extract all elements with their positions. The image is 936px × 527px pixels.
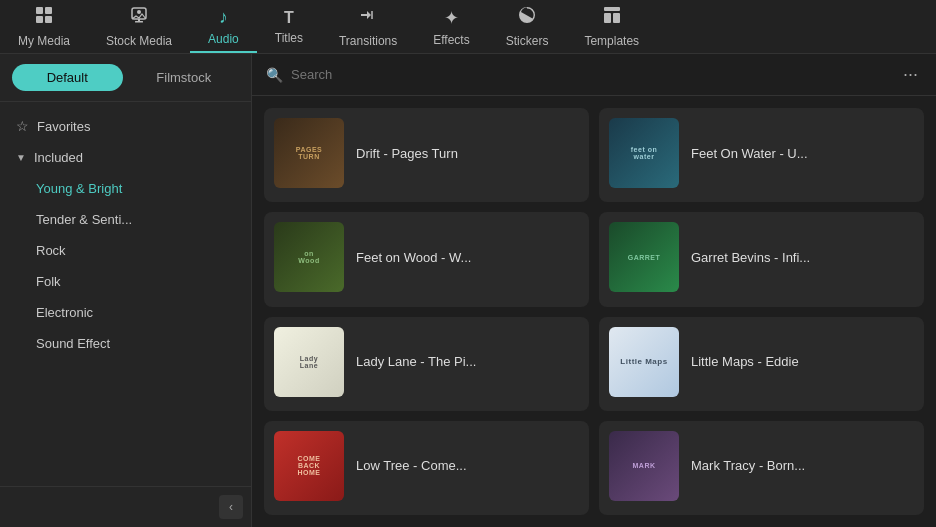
sidebar-item-folk[interactable]: Folk: [0, 266, 251, 297]
audio-icon: ♪: [219, 7, 228, 28]
templates-icon: [602, 5, 622, 30]
sidebar-item-tender[interactable]: Tender & Senti...: [0, 204, 251, 235]
sidebar-item-favorites[interactable]: ☆ Favorites: [0, 110, 251, 142]
media-card-little[interactable]: Little Maps Little Maps - Eddie ⬇: [599, 317, 924, 411]
thumbnail-lady: LadyLane: [274, 327, 344, 397]
titles-icon: T: [284, 9, 294, 27]
thumbnail-low: COMEBACKHOME: [274, 431, 344, 501]
media-card-feet-wood[interactable]: onWood Feet on Wood - W... ⬇: [264, 212, 589, 306]
nav-effects[interactable]: ✦ Effects: [415, 0, 487, 53]
thumbnail-mark: MARK: [609, 431, 679, 501]
card-title-drift: Drift - Pages Turn: [356, 146, 579, 161]
search-icon: 🔍: [266, 67, 283, 83]
sidebar-section-included[interactable]: ▼ Included: [0, 142, 251, 173]
card-title-feet-wood: Feet on Wood - W...: [356, 250, 579, 265]
card-title-mark: Mark Tracy - Born...: [691, 458, 914, 473]
nav-stickers[interactable]: Stickers: [488, 0, 567, 53]
transitions-icon: [358, 5, 378, 30]
svg-rect-0: [36, 7, 43, 14]
nav-templates-label: Templates: [584, 34, 639, 48]
svg-point-4: [137, 10, 141, 14]
sidebar-item-rock[interactable]: Rock: [0, 235, 251, 266]
nav-titles-label: Titles: [275, 31, 303, 45]
nav-audio-label: Audio: [208, 32, 239, 46]
sidebar: Default Filmstock ☆ Favorites ▼ Included…: [0, 54, 252, 527]
media-card-feet-water[interactable]: feet onwater Feet On Water - U... ⬇: [599, 108, 924, 202]
card-title-garret: Garret Bevins - Infi...: [691, 250, 914, 265]
svg-rect-8: [604, 7, 620, 11]
tab-filmstock[interactable]: Filmstock: [129, 64, 240, 91]
sidebar-item-electronic[interactable]: Electronic: [0, 297, 251, 328]
svg-rect-1: [45, 7, 52, 14]
media-card-mark[interactable]: MARK Mark Tracy - Born... ⬇: [599, 421, 924, 515]
thumbnail-feet-water: feet onwater: [609, 118, 679, 188]
media-card-low[interactable]: COMEBACKHOME Low Tree - Come... ⬇: [264, 421, 589, 515]
nav-stickers-label: Stickers: [506, 34, 549, 48]
card-title-little: Little Maps - Eddie: [691, 354, 914, 369]
svg-rect-7: [138, 19, 140, 21]
svg-rect-9: [604, 13, 611, 23]
main-panel: 🔍 ··· PAGESTURN Drift - Pages Turn ⬇: [252, 54, 936, 527]
thumbnail-garret: GARRET: [609, 222, 679, 292]
chevron-down-icon: ▼: [16, 152, 26, 163]
young-bright-label: Young & Bright: [36, 181, 122, 196]
tender-label: Tender & Senti...: [36, 212, 132, 227]
sound-effect-label: Sound Effect: [36, 336, 110, 351]
electronic-label: Electronic: [36, 305, 93, 320]
card-title-lady: Lady Lane - The Pi...: [356, 354, 579, 369]
favorites-label: Favorites: [37, 119, 90, 134]
media-card-lady[interactable]: LadyLane Lady Lane - The Pi... ⬇: [264, 317, 589, 411]
svg-rect-10: [613, 13, 620, 23]
nav-audio[interactable]: ♪ Audio: [190, 0, 257, 53]
nav-my-media-label: My Media: [18, 34, 70, 48]
thumbnail-feet-wood: onWood: [274, 222, 344, 292]
card-title-feet-water: Feet On Water - U...: [691, 146, 914, 161]
folk-label: Folk: [36, 274, 61, 289]
media-card-drift[interactable]: PAGESTURN Drift - Pages Turn ⬇: [264, 108, 589, 202]
effects-icon: ✦: [444, 7, 459, 29]
svg-rect-6: [135, 21, 143, 23]
thumbnail-little: Little Maps: [609, 327, 679, 397]
stickers-icon: [517, 5, 537, 30]
nav-templates[interactable]: Templates: [566, 0, 657, 53]
main-content: Default Filmstock ☆ Favorites ▼ Included…: [0, 54, 936, 527]
tab-default[interactable]: Default: [12, 64, 123, 91]
top-navigation: My Media Stock Media ♪ Audio T Titles Tr…: [0, 0, 936, 54]
more-options-button[interactable]: ···: [899, 64, 922, 85]
thumbnail-drift: PAGESTURN: [274, 118, 344, 188]
tab-switcher: Default Filmstock: [0, 54, 251, 102]
sidebar-item-young-bright[interactable]: Young & Bright: [0, 173, 251, 204]
svg-rect-3: [45, 16, 52, 23]
media-grid: PAGESTURN Drift - Pages Turn ⬇ feet onwa…: [252, 96, 936, 527]
nav-transitions-label: Transitions: [339, 34, 397, 48]
nav-titles[interactable]: T Titles: [257, 0, 321, 53]
nav-transitions[interactable]: Transitions: [321, 0, 415, 53]
included-label: Included: [34, 150, 83, 165]
card-title-low: Low Tree - Come...: [356, 458, 579, 473]
sidebar-item-sound-effect[interactable]: Sound Effect: [0, 328, 251, 359]
nav-stock-media-label: Stock Media: [106, 34, 172, 48]
stock-media-icon: [129, 5, 149, 30]
search-bar: 🔍 ···: [252, 54, 936, 96]
sidebar-collapse-area: ‹: [0, 486, 251, 527]
sidebar-content: ☆ Favorites ▼ Included Young & Bright Te…: [0, 102, 251, 486]
media-card-garret[interactable]: GARRET Garret Bevins - Infi... ⬇: [599, 212, 924, 306]
nav-effects-label: Effects: [433, 33, 469, 47]
search-input[interactable]: [291, 67, 891, 82]
svg-rect-2: [36, 16, 43, 23]
nav-stock-media[interactable]: Stock Media: [88, 0, 190, 53]
collapse-sidebar-button[interactable]: ‹: [219, 495, 243, 519]
my-media-icon: [34, 5, 54, 30]
star-icon: ☆: [16, 118, 29, 134]
rock-label: Rock: [36, 243, 66, 258]
nav-my-media[interactable]: My Media: [0, 0, 88, 53]
